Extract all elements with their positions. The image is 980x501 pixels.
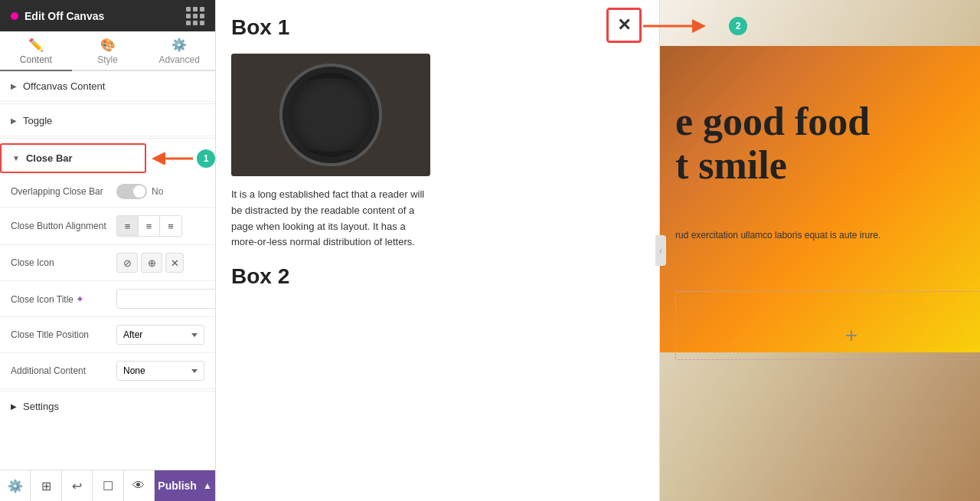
- hero-plus-icon: +: [845, 323, 858, 348]
- icon-picker-btn-1[interactable]: ⊘: [116, 253, 138, 273]
- toggle-label: Toggle: [23, 115, 52, 126]
- hero-sub-text: rud exercitation ullamco laboris equat i…: [675, 230, 880, 241]
- tab-advanced-label: Advanced: [158, 54, 199, 65]
- food-svg: [231, 54, 430, 176]
- sidebar-bottom: ⚙️ ⊞ ↩ ☐ 👁 Publish ▲: [0, 470, 215, 501]
- additional-content-control: None Text Image: [116, 361, 204, 381]
- divider5: [0, 280, 215, 281]
- chevron-right-icon: ▶: [11, 82, 17, 90]
- section-close-bar[interactable]: ▼ Close Bar: [0, 143, 146, 173]
- svg-point-7: [281, 65, 381, 165]
- sidebar-title: Edit Off Canvas: [24, 10, 186, 22]
- sidebar: Edit Off Canvas ✏️ Content 🎨 Style ⚙️ Ad…: [0, 0, 216, 501]
- overlapping-value: No: [152, 186, 163, 197]
- close-icon-control: ⊘ ⊕ ✕: [116, 253, 204, 273]
- close-icon-title-control: [116, 289, 215, 309]
- align-right-btn[interactable]: ≡: [160, 216, 181, 236]
- divider4: [0, 244, 215, 245]
- collapse-handle[interactable]: ‹: [655, 235, 666, 266]
- svg-point-6: [341, 113, 359, 129]
- layers-btn[interactable]: ⊞: [31, 470, 61, 501]
- body-text: It is a long established fact that a rea…: [231, 187, 430, 250]
- style-icon: 🎨: [100, 38, 116, 52]
- canvas-annotation-2: 2: [642, 17, 747, 35]
- arrow-annotation-svg: [151, 152, 197, 165]
- divider: [0, 103, 215, 104]
- alignment-label: Close Button Alignment: [11, 221, 110, 231]
- chevron-down-icon: ▼: [12, 154, 20, 162]
- align-center-btn[interactable]: ≡: [139, 216, 160, 236]
- sidebar-header: Edit Off Canvas: [0, 0, 215, 31]
- align-left-btn[interactable]: ≡: [117, 216, 139, 236]
- tab-style-label: Style: [97, 54, 118, 65]
- alignment-control: ≡ ≡ ≡: [116, 215, 204, 237]
- food-image: [231, 54, 430, 176]
- badge-1: 1: [197, 149, 215, 168]
- box2-title: Box 2: [231, 264, 644, 289]
- section-toggle[interactable]: ▶ Toggle: [0, 106, 215, 136]
- alignment-row: Close Button Alignment ≡ ≡ ≡: [0, 209, 215, 243]
- tab-content[interactable]: ✏️ Content: [0, 31, 72, 71]
- hero-background: e good food t smile rud exercitation ull…: [660, 0, 980, 501]
- chevron-right-icon-toggle: ▶: [11, 116, 17, 125]
- logo-dot: [11, 12, 18, 20]
- arrow-annotation-2-svg: [642, 18, 726, 34]
- overlapping-toggle[interactable]: [116, 184, 147, 199]
- tab-content-label: Content: [20, 54, 52, 65]
- overlapping-toggle-wrap: No: [116, 184, 204, 199]
- icon-picker-btn-2[interactable]: ⊕: [141, 253, 162, 273]
- svg-point-4: [308, 98, 338, 120]
- publish-btn[interactable]: Publish ▲: [155, 470, 215, 501]
- hero-text-overlay: e good food t smile: [675, 100, 870, 187]
- sidebar-tabs: ✏️ Content 🎨 Style ⚙️ Advanced: [0, 31, 215, 71]
- tab-advanced[interactable]: ⚙️ Advanced: [143, 31, 215, 71]
- hero-dashed-box: [675, 291, 980, 360]
- preview-btn[interactable]: 👁: [124, 470, 155, 501]
- main-canvas: e good food t smile rud exercitation ull…: [216, 0, 980, 501]
- settings-bottom-btn[interactable]: ⚙️: [0, 470, 31, 501]
- box1-title: Box 1: [231, 15, 644, 40]
- svg-point-3: [289, 73, 373, 157]
- close-title-position-select[interactable]: After Before: [116, 325, 204, 345]
- publish-chevron-icon: ▲: [203, 480, 212, 491]
- canvas-area: e good food t smile rud exercitation ull…: [216, 0, 980, 501]
- close-bar-label: Close Bar: [26, 152, 73, 164]
- divider7: [0, 352, 215, 353]
- template-btn[interactable]: ☐: [93, 470, 123, 501]
- close-icon-title-label: Close Icon Title ✦: [11, 293, 110, 305]
- settings-label: Settings: [23, 401, 59, 412]
- tab-style[interactable]: 🎨 Style: [72, 31, 144, 71]
- divider8: [0, 388, 215, 389]
- divider2: [0, 138, 215, 139]
- divider6: [0, 316, 215, 317]
- close-title-position-control: After Before: [116, 325, 204, 345]
- section-offcanvas-content[interactable]: ▶ Offcanvas Content: [0, 71, 215, 102]
- close-icon-field-label: Close Icon: [11, 257, 110, 268]
- advanced-icon: ⚙️: [172, 38, 187, 52]
- additional-content-label: Additional Content: [11, 365, 110, 376]
- align-btn-group: ≡ ≡ ≡: [116, 215, 182, 237]
- svg-point-5: [328, 94, 356, 113]
- sidebar-body: ▶ Offcanvas Content ▶ Toggle ▼ Close Bar: [0, 71, 215, 470]
- history-btn[interactable]: ↩: [62, 470, 93, 501]
- close-title-position-row: Close Title Position After Before: [0, 319, 215, 351]
- additional-content-row: Additional Content None Text Image: [0, 355, 215, 387]
- close-icon-title-row: Close Icon Title ✦: [0, 283, 215, 315]
- offcanvas-content-label: Offcanvas Content: [23, 80, 105, 92]
- close-x-button[interactable]: ✕: [606, 8, 642, 43]
- publish-label: Publish: [158, 480, 197, 492]
- divider3: [0, 207, 215, 208]
- content-icon: ✏️: [28, 38, 44, 52]
- section-settings[interactable]: ▶ Settings: [0, 391, 215, 421]
- chevron-right-settings-icon: ▶: [11, 402, 17, 411]
- additional-content-select[interactable]: None Text Image: [116, 361, 204, 381]
- hero-text-line2: t smile: [675, 143, 870, 187]
- off-canvas-panel: Box 1 It is a long established fact that…: [216, 0, 660, 501]
- overlapping-label: Overlapping Close Bar: [11, 186, 110, 197]
- grid-icon[interactable]: [186, 7, 204, 25]
- icon-delete-btn[interactable]: ✕: [165, 253, 184, 273]
- badge-2: 2: [729, 17, 747, 35]
- close-icon-title-input[interactable]: [116, 289, 215, 309]
- close-title-position-label: Close Title Position: [11, 329, 110, 340]
- hero-text-line1: e good food: [675, 100, 870, 143]
